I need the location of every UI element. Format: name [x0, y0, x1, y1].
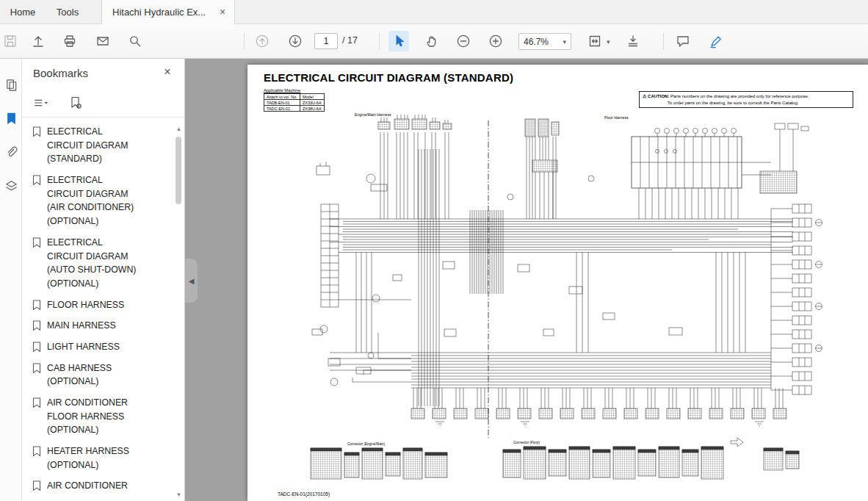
page-number-input[interactable]: [314, 33, 338, 49]
scroll-pages-icon: [626, 34, 640, 48]
print-button[interactable]: [59, 31, 80, 51]
page-thumbnails-button[interactable]: [3, 75, 19, 94]
label-floor-harness: Floor Harness: [604, 115, 629, 120]
toolbar-separator: [663, 33, 664, 50]
bookmark-icon: [32, 320, 41, 331]
paperclip-icon: [4, 145, 18, 159]
close-icon[interactable]: ×: [161, 65, 174, 79]
plus-circle-icon: [488, 34, 503, 48]
upload-arrow-icon: [31, 34, 46, 48]
bookmark-item[interactable]: MAIN HARNESS: [32, 319, 184, 333]
bookmark-item[interactable]: HEATER HARNESS (OPTIONAL): [32, 444, 184, 472]
hand-icon: [424, 34, 439, 48]
bookmark-icon: [32, 480, 41, 491]
bookmark-badge-icon: [68, 95, 83, 110]
bookmark-item[interactable]: FLOOR HARNESS: [32, 298, 184, 312]
bookmark-item-label: CAB HARNESS (OPTIONAL): [47, 361, 141, 389]
tab-home[interactable]: Home: [0, 0, 46, 24]
cell: ZX33U-6A: [300, 100, 324, 106]
bookmark-item-label: LIGHT HARNESS: [47, 340, 141, 354]
previous-page-button[interactable]: [252, 31, 272, 51]
table-row: TADB-EN-01 ZX33U-6A: [264, 100, 325, 106]
bookmark-options-button[interactable]: [29, 93, 51, 112]
pdf-page[interactable]: ELECTRICAL CIRCUIT DIAGRAM (STANDARD) Ap…: [247, 65, 868, 501]
bookmark-item-label: ELECTRICAL CIRCUIT DIAGRAM (AIR CONDITIO…: [47, 173, 141, 228]
pages-icon: [4, 78, 18, 92]
bookmark-item-label: HEATER HARNESS (OPTIONAL): [47, 444, 141, 472]
toolbar-separator: [379, 33, 380, 50]
panel-collapse-handle[interactable]: ◀: [185, 259, 198, 303]
fit-width-button[interactable]: [585, 31, 605, 51]
panel-title: Bookmarks: [33, 67, 88, 79]
tab-tools[interactable]: Tools: [46, 0, 90, 24]
bookmark-icon: [32, 397, 41, 408]
page-count-label: / 17: [342, 35, 358, 46]
page-title: ELECTRICAL CIRCUIT DIAGRAM (STANDARD): [264, 71, 513, 84]
bookmark-item[interactable]: LIGHT HARNESS: [32, 340, 184, 354]
bookmark-item-label: ELECTRICAL CIRCUIT DIAGRAM (AUTO SHUT-DO…: [47, 236, 141, 291]
fit-width-icon: [587, 34, 602, 48]
scroll-down-icon[interactable]: ▼: [174, 491, 184, 500]
scrolling-mode-button[interactable]: [623, 31, 643, 51]
bookmark-item[interactable]: ELECTRICAL CIRCUIT DIAGRAM (STANDARD): [32, 125, 184, 166]
bookmark-icon: [32, 126, 41, 137]
toolbar-separator: [244, 33, 245, 50]
bookmark-icon: [32, 363, 41, 374]
highlighter-pen-icon: [709, 34, 723, 48]
label-engine-main-harness: Engine/Main Harness: [355, 112, 391, 117]
circle-down-arrow-icon: [288, 34, 303, 48]
label-connector-floor: Connector (Floor): [513, 441, 540, 444]
bookmark-item[interactable]: ELECTRICAL CIRCUIT DIAGRAM (AUTO SHUT-DO…: [32, 236, 184, 291]
scrollbar-thumb[interactable]: [176, 137, 181, 204]
bookmark-icon: [32, 300, 41, 311]
printer-icon: [62, 34, 77, 48]
save-button[interactable]: [0, 31, 21, 51]
bookmark-icon: [4, 112, 18, 126]
comment-button[interactable]: [673, 31, 693, 51]
bookmarks-panel-toolbar: [22, 88, 184, 118]
share-button[interactable]: [28, 31, 48, 51]
document-code: TADC-EN-01(20170105): [278, 491, 330, 497]
cell: TADB-EN-01: [264, 100, 300, 106]
zoom-level-dropdown[interactable]: 46.7% ▾: [518, 33, 571, 50]
scroll-up-icon[interactable]: ▲: [174, 125, 184, 134]
bookmark-item[interactable]: AIR CONDITIONER: [32, 479, 184, 493]
select-tool-button[interactable]: [388, 31, 409, 51]
next-page-button[interactable]: [285, 31, 305, 51]
caution-note: ⚠ CAUTION: Parts numbers on the drawing …: [639, 91, 853, 108]
layers-button[interactable]: [3, 176, 19, 195]
caution-line1: Parts numbers on the drawing are provide…: [670, 94, 809, 98]
caution-line2: To order parts on the drawing, be sure t…: [643, 100, 850, 107]
tab-document-label: Hitachi Hydraulic Ex...: [112, 7, 206, 18]
tab-document[interactable]: Hitachi Hydraulic Ex... ×: [101, 0, 235, 24]
bookmark-item[interactable]: AIR CONDITIONER FLOOR HARNESS (OPTIONAL): [32, 396, 184, 437]
bookmark-item[interactable]: CAB HARNESS (OPTIONAL): [32, 361, 184, 389]
zoom-in-button[interactable]: [485, 31, 506, 51]
tab-home-label: Home: [10, 7, 36, 18]
bookmark-item-label: ELECTRICAL CIRCUIT DIAGRAM (STANDARD): [47, 125, 141, 166]
close-icon[interactable]: ×: [217, 6, 228, 18]
bookmark-item[interactable]: ELECTRICAL CIRCUIT DIAGRAM (AIR CONDITIO…: [32, 173, 184, 228]
main-toolbar: / 17 46.7% ▾ ▾: [0, 24, 868, 59]
bookmark-icon: [32, 237, 41, 248]
select-current-bookmark-button[interactable]: [65, 93, 87, 112]
bookmark-item-label: MAIN HARNESS: [47, 319, 141, 333]
zoom-out-button[interactable]: [453, 31, 474, 51]
col-header: Model: [300, 94, 324, 100]
bookmark-item-label: FLOOR HARNESS: [47, 298, 141, 312]
attachments-button[interactable]: [3, 143, 19, 162]
find-button[interactable]: [125, 31, 145, 51]
options-list-icon: [32, 95, 48, 110]
table-header-row: Attach to vol. No. Model: [264, 94, 325, 100]
bookmarks-panel-header: Bookmarks ×: [22, 59, 184, 88]
highlight-button[interactable]: [706, 31, 726, 51]
col-header: Attach to vol. No.: [264, 94, 300, 100]
panel-scrollbar[interactable]: ▲ ▼: [174, 125, 184, 500]
chevron-left-icon: ◀: [189, 277, 195, 285]
minus-circle-icon: [456, 34, 471, 48]
chevron-down-icon[interactable]: ▾: [607, 38, 610, 46]
label-connector-engine-main: Connector (Engine/Main): [347, 442, 386, 446]
hand-tool-button[interactable]: [422, 31, 442, 51]
bookmarks-panel-button[interactable]: [3, 109, 19, 128]
email-button[interactable]: [93, 31, 113, 51]
